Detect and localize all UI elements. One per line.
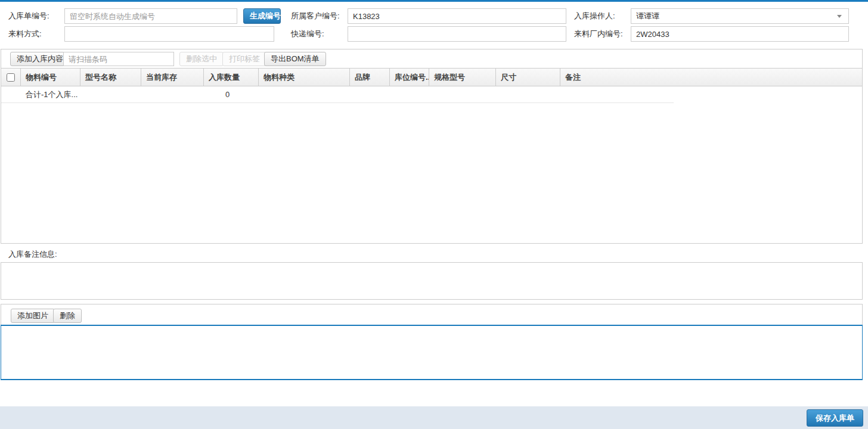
top-accent-bar: [0, 0, 868, 2]
factory-no-input[interactable]: [631, 26, 849, 42]
express-no-input[interactable]: [348, 26, 566, 42]
select-all-cell: [1, 69, 21, 86]
grid-header-row: 物料编号 型号名称 当前库存 入库数量 物料种类 品牌 库位编号.. 规格型号 …: [1, 68, 862, 86]
column-header-location-no: 库位编号..: [390, 69, 429, 86]
inbound-items-grid: 添加入库内容 删除选中 打印标签 导出BOM清单 物料编号 型号名称 当前库存 …: [1, 49, 863, 244]
operator-select[interactable]: 谭谭谭: [631, 8, 849, 24]
column-header-model-name: 型号名称: [80, 69, 141, 86]
barcode-scan-input[interactable]: [63, 52, 174, 66]
column-header-material-no: 物料编号: [21, 69, 80, 86]
footer-bar: 保存入库单: [0, 406, 868, 429]
column-header-brand: 品牌: [350, 69, 390, 86]
inbound-remarks-label: 入库备注信息:: [8, 249, 57, 260]
delete-image-button[interactable]: 删除: [53, 309, 82, 323]
image-toolbar: 添加图片 删除: [1, 304, 863, 325]
summary-label-cell: 合计-1个入库...: [21, 86, 80, 102]
column-header-spec-model: 规格型号: [429, 69, 496, 86]
add-inbound-content-button[interactable]: 添加入库内容: [10, 52, 70, 66]
customer-no-input[interactable]: [348, 8, 566, 24]
grid-toolbar: 添加入库内容 删除选中 打印标签 导出BOM清单: [1, 49, 862, 68]
row-checkbox-cell: [1, 86, 21, 102]
print-label-button[interactable]: 打印标签: [222, 52, 266, 66]
entry-no-input[interactable]: [64, 8, 237, 24]
export-bom-button[interactable]: 导出BOM清单: [264, 52, 326, 66]
delete-selected-button[interactable]: 删除选中: [179, 52, 224, 66]
save-inbound-order-button[interactable]: 保存入库单: [807, 409, 863, 427]
operator-select-value: 谭谭谭: [636, 11, 659, 20]
column-header-remark: 备注: [560, 69, 674, 86]
customer-no-label: 所属客户编号:: [291, 8, 340, 24]
column-header-size: 尺寸: [496, 69, 560, 86]
column-header-material-type: 物料种类: [259, 69, 350, 86]
summary-table-row: 合计-1个入库... 0: [1, 86, 674, 103]
entry-no-label: 入库单编号:: [8, 8, 49, 24]
image-drop-area[interactable]: [1, 325, 863, 380]
operator-label: 入库操作人:: [574, 8, 615, 24]
factory-no-label: 来料厂内编号:: [574, 26, 623, 42]
inbound-order-page: 入库单编号: 生成编号 所属客户编号: 入库操作人: 谭谭谭 来料方式: 快递编…: [0, 0, 868, 429]
generate-number-button[interactable]: 生成编号: [243, 8, 281, 24]
chevron-down-icon: [837, 15, 842, 18]
express-no-label: 快递编号:: [291, 26, 324, 42]
summary-qty-cell: 0: [204, 86, 259, 102]
add-image-button[interactable]: 添加图片: [11, 309, 55, 323]
material-method-label: 来料方式:: [8, 26, 42, 42]
select-all-checkbox[interactable]: [7, 73, 15, 82]
column-header-current-stock: 当前库存: [141, 69, 204, 86]
inbound-remarks-textarea[interactable]: [1, 262, 863, 300]
column-header-inbound-qty: 入库数量: [204, 69, 259, 86]
material-method-input[interactable]: [64, 26, 274, 42]
